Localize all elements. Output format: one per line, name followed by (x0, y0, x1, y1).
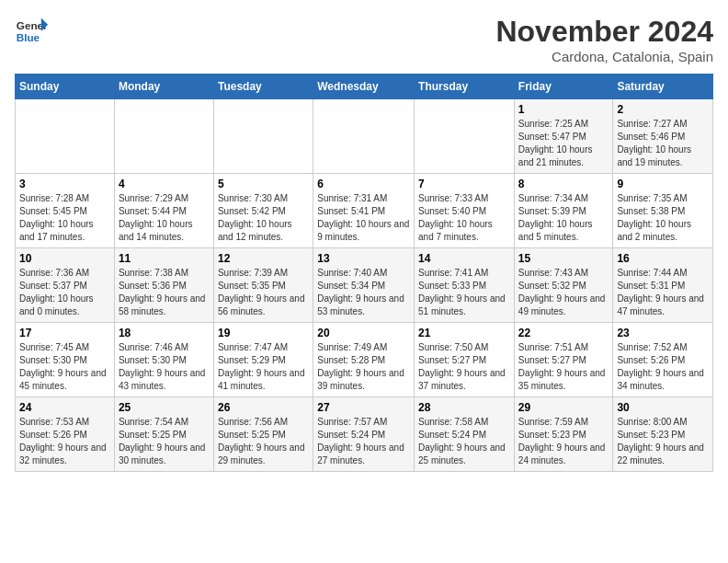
calendar-cell-1-0: 3Sunrise: 7:28 AM Sunset: 5:45 PM Daylig… (16, 174, 115, 248)
day-info: Sunrise: 7:54 AM Sunset: 5:25 PM Dayligh… (119, 416, 210, 467)
day-info: Sunrise: 7:31 AM Sunset: 5:41 PM Dayligh… (317, 192, 410, 244)
calendar-body: 1Sunrise: 7:25 AM Sunset: 5:47 PM Daylig… (16, 99, 713, 472)
day-number: 1 (518, 103, 609, 116)
day-info: Sunrise: 7:34 AM Sunset: 5:39 PM Dayligh… (518, 192, 609, 244)
day-number: 23 (617, 327, 709, 339)
day-number: 25 (119, 401, 210, 414)
calendar-cell-4-6: 30Sunrise: 8:00 AM Sunset: 5:23 PM Dayli… (613, 397, 713, 472)
logo-icon: General Blue (15, 15, 48, 48)
calendar-cell-1-3: 6Sunrise: 7:31 AM Sunset: 5:41 PM Daylig… (313, 174, 415, 248)
calendar-week-2: 10Sunrise: 7:36 AM Sunset: 5:37 PM Dayli… (16, 248, 713, 323)
day-info: Sunrise: 7:46 AM Sunset: 5:30 PM Dayligh… (119, 341, 210, 393)
day-number: 3 (19, 178, 110, 190)
calendar-week-1: 3Sunrise: 7:28 AM Sunset: 5:45 PM Daylig… (16, 174, 713, 248)
day-number: 27 (317, 401, 410, 414)
calendar-cell-3-2: 19Sunrise: 7:47 AM Sunset: 5:29 PM Dayli… (213, 323, 313, 397)
day-number: 10 (19, 252, 110, 265)
calendar-cell-2-4: 14Sunrise: 7:41 AM Sunset: 5:33 PM Dayli… (415, 248, 515, 323)
day-info: Sunrise: 7:51 AM Sunset: 5:27 PM Dayligh… (518, 341, 609, 393)
day-info: Sunrise: 7:41 AM Sunset: 5:33 PM Dayligh… (418, 267, 510, 318)
calendar-cell-2-0: 10Sunrise: 7:36 AM Sunset: 5:37 PM Dayli… (16, 248, 115, 323)
day-number: 18 (119, 327, 210, 339)
calendar-cell-4-1: 25Sunrise: 7:54 AM Sunset: 5:25 PM Dayli… (114, 397, 213, 472)
day-info: Sunrise: 7:28 AM Sunset: 5:45 PM Dayligh… (19, 192, 110, 244)
svg-text:Blue: Blue (17, 31, 40, 43)
day-info: Sunrise: 7:30 AM Sunset: 5:42 PM Dayligh… (218, 192, 309, 244)
day-number: 15 (518, 252, 609, 265)
calendar-cell-1-5: 8Sunrise: 7:34 AM Sunset: 5:39 PM Daylig… (514, 174, 613, 248)
day-info: Sunrise: 7:49 AM Sunset: 5:28 PM Dayligh… (317, 341, 410, 393)
day-number: 5 (218, 178, 309, 190)
calendar-cell-1-2: 5Sunrise: 7:30 AM Sunset: 5:42 PM Daylig… (213, 174, 313, 248)
calendar-cell-2-6: 16Sunrise: 7:44 AM Sunset: 5:31 PM Dayli… (613, 248, 713, 323)
day-number: 8 (518, 178, 609, 190)
day-info: Sunrise: 7:45 AM Sunset: 5:30 PM Dayligh… (19, 341, 110, 393)
header: General Blue November 2024 Cardona, Cata… (15, 15, 713, 64)
day-info: Sunrise: 8:00 AM Sunset: 5:23 PM Dayligh… (617, 416, 709, 467)
day-info: Sunrise: 7:59 AM Sunset: 5:23 PM Dayligh… (518, 416, 609, 467)
day-number: 4 (119, 178, 210, 190)
day-info: Sunrise: 7:36 AM Sunset: 5:37 PM Dayligh… (19, 267, 110, 318)
calendar-cell-0-4 (415, 99, 515, 174)
day-number: 6 (317, 178, 410, 190)
calendar-cell-2-1: 11Sunrise: 7:38 AM Sunset: 5:36 PM Dayli… (114, 248, 213, 323)
day-number: 26 (218, 401, 309, 414)
calendar-cell-1-4: 7Sunrise: 7:33 AM Sunset: 5:40 PM Daylig… (415, 174, 515, 248)
day-number: 9 (617, 178, 709, 190)
calendar-cell-4-3: 27Sunrise: 7:57 AM Sunset: 5:24 PM Dayli… (313, 397, 415, 472)
calendar-cell-3-1: 18Sunrise: 7:46 AM Sunset: 5:30 PM Dayli… (114, 323, 213, 397)
month-title: November 2024 (495, 15, 713, 49)
day-info: Sunrise: 7:43 AM Sunset: 5:32 PM Dayligh… (518, 267, 609, 318)
day-number: 7 (418, 178, 510, 190)
day-info: Sunrise: 7:35 AM Sunset: 5:38 PM Dayligh… (617, 192, 709, 244)
calendar-cell-2-3: 13Sunrise: 7:40 AM Sunset: 5:34 PM Dayli… (313, 248, 415, 323)
day-number: 20 (317, 327, 410, 339)
calendar-cell-0-3 (313, 99, 415, 174)
header-sunday: Sunday (16, 75, 115, 99)
calendar-cell-3-4: 21Sunrise: 7:50 AM Sunset: 5:27 PM Dayli… (415, 323, 515, 397)
day-number: 11 (119, 252, 210, 265)
day-number: 2 (617, 103, 709, 116)
day-number: 30 (617, 401, 709, 414)
calendar-header: Sunday Monday Tuesday Wednesday Thursday… (16, 75, 713, 99)
day-number: 12 (218, 252, 309, 265)
day-number: 19 (218, 327, 309, 339)
day-info: Sunrise: 7:25 AM Sunset: 5:47 PM Dayligh… (518, 118, 609, 169)
day-number: 21 (418, 327, 510, 339)
calendar-cell-2-2: 12Sunrise: 7:39 AM Sunset: 5:35 PM Dayli… (213, 248, 313, 323)
calendar-cell-3-3: 20Sunrise: 7:49 AM Sunset: 5:28 PM Dayli… (313, 323, 415, 397)
day-info: Sunrise: 7:50 AM Sunset: 5:27 PM Dayligh… (418, 341, 510, 393)
day-info: Sunrise: 7:53 AM Sunset: 5:26 PM Dayligh… (19, 416, 110, 467)
day-number: 28 (418, 401, 510, 414)
day-info: Sunrise: 7:58 AM Sunset: 5:24 PM Dayligh… (418, 416, 510, 467)
day-info: Sunrise: 7:38 AM Sunset: 5:36 PM Dayligh… (119, 267, 210, 318)
calendar-cell-4-4: 28Sunrise: 7:58 AM Sunset: 5:24 PM Dayli… (415, 397, 515, 472)
day-number: 16 (617, 252, 709, 265)
day-info: Sunrise: 7:52 AM Sunset: 5:26 PM Dayligh… (617, 341, 709, 393)
day-info: Sunrise: 7:33 AM Sunset: 5:40 PM Dayligh… (418, 192, 510, 244)
calendar-week-0: 1Sunrise: 7:25 AM Sunset: 5:47 PM Daylig… (16, 99, 713, 174)
day-info: Sunrise: 7:39 AM Sunset: 5:35 PM Dayligh… (218, 267, 309, 318)
calendar-week-3: 17Sunrise: 7:45 AM Sunset: 5:30 PM Dayli… (16, 323, 713, 397)
calendar-cell-0-2 (213, 99, 313, 174)
location-title: Cardona, Catalonia, Spain (495, 49, 713, 64)
calendar-cell-0-6: 2Sunrise: 7:27 AM Sunset: 5:46 PM Daylig… (613, 99, 713, 174)
header-tuesday: Tuesday (213, 75, 313, 99)
day-info: Sunrise: 7:27 AM Sunset: 5:46 PM Dayligh… (617, 118, 709, 169)
calendar-cell-3-5: 22Sunrise: 7:51 AM Sunset: 5:27 PM Dayli… (514, 323, 613, 397)
day-info: Sunrise: 7:29 AM Sunset: 5:44 PM Dayligh… (119, 192, 210, 244)
calendar-cell-1-6: 9Sunrise: 7:35 AM Sunset: 5:38 PM Daylig… (613, 174, 713, 248)
calendar-cell-3-6: 23Sunrise: 7:52 AM Sunset: 5:26 PM Dayli… (613, 323, 713, 397)
day-number: 17 (19, 327, 110, 339)
day-number: 29 (518, 401, 609, 414)
day-info: Sunrise: 7:57 AM Sunset: 5:24 PM Dayligh… (317, 416, 410, 467)
header-wednesday: Wednesday (313, 75, 415, 99)
calendar-cell-0-5: 1Sunrise: 7:25 AM Sunset: 5:47 PM Daylig… (514, 99, 613, 174)
header-friday: Friday (514, 75, 613, 99)
calendar-cell-1-1: 4Sunrise: 7:29 AM Sunset: 5:44 PM Daylig… (114, 174, 213, 248)
calendar-table: Sunday Monday Tuesday Wednesday Thursday… (15, 74, 713, 472)
day-number: 24 (19, 401, 110, 414)
day-number: 14 (418, 252, 510, 265)
calendar-cell-0-0 (16, 99, 115, 174)
day-info: Sunrise: 7:47 AM Sunset: 5:29 PM Dayligh… (218, 341, 309, 393)
